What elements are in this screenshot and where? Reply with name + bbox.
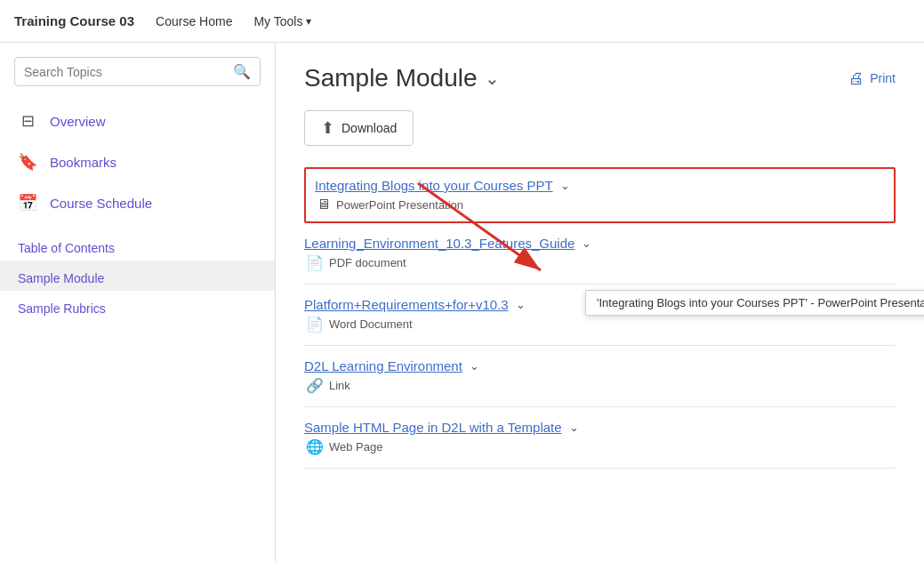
file-item-d2l-learning: D2L Learning Environment ⌄ 🔗 Link — [304, 346, 896, 407]
file-type-html-page: 🌐 Web Page — [306, 438, 896, 455]
search-container: 🔍 — [0, 57, 275, 100]
pdf-icon: 📄 — [306, 254, 324, 271]
file-type-learning-env: 📄 PDF document — [306, 254, 896, 271]
course-home-link[interactable]: Course Home — [156, 14, 232, 28]
chevron-down-icon: ▾ — [306, 15, 311, 28]
file-caret-icon[interactable]: ⌄ — [470, 359, 479, 373]
file-item-header: D2L Learning Environment ⌄ — [304, 358, 896, 373]
search-input[interactable] — [24, 65, 233, 79]
file-type-platform-req: 📄 Word Document — [306, 316, 896, 333]
web-icon: 🌐 — [306, 438, 324, 455]
sidebar-item-label: Course Schedule — [50, 196, 152, 211]
sidebar-item-bookmarks[interactable]: 🔖 Bookmarks — [0, 141, 275, 182]
my-tools-label: My Tools — [253, 14, 302, 28]
file-link-html-page[interactable]: Sample HTML Page in D2L with a Template — [304, 420, 562, 435]
file-item-header: Sample HTML Page in D2L with a Template … — [304, 420, 896, 435]
module-caret-icon[interactable]: ⌄ — [485, 68, 500, 89]
sidebar-item-sample-rubrics[interactable]: Sample Rubrics — [0, 291, 275, 321]
search-icon[interactable]: 🔍 — [233, 63, 251, 80]
sidebar-item-sample-module[interactable]: Sample Module — [0, 261, 275, 291]
file-link-platform-req[interactable]: Platform+Requirements+for+v10.3 — [304, 297, 509, 312]
file-caret-icon[interactable]: ⌄ — [569, 421, 579, 434]
print-button[interactable]: 🖨 Print — [848, 69, 896, 88]
calendar-icon: 📅 — [18, 193, 37, 213]
file-link-d2l-learning[interactable]: D2L Learning Environment — [304, 358, 462, 373]
file-caret-icon[interactable]: ⌄ — [582, 237, 591, 250]
top-nav: Training Course 03 Course Home My Tools … — [0, 0, 924, 43]
link-icon: 🔗 — [306, 377, 324, 394]
content-area: Sample Module ⌄ 🖨 Print ⬆ Download Integ… — [276, 43, 924, 562]
file-list: Integrating Blogs into your Courses PPT … — [304, 167, 896, 469]
file-item-header: Learning_Environment_10.3_Features_Guide… — [304, 236, 896, 251]
sidebar-item-overview[interactable]: ⊟ Overview — [0, 100, 275, 141]
file-type-d2l-learning: 🔗 Link — [306, 377, 896, 394]
my-tools-menu[interactable]: My Tools ▾ — [253, 14, 311, 28]
search-box[interactable]: 🔍 — [14, 57, 261, 86]
main-layout: 🔍 ⊟ Overview 🔖 Bookmarks 📅 Course Schedu… — [0, 43, 924, 562]
ppt-icon: 🖥 — [317, 197, 331, 213]
sidebar-item-label: Overview — [50, 114, 106, 129]
file-item-learning-env: Learning_Environment_10.3_Features_Guide… — [304, 223, 896, 285]
overview-icon: ⊟ — [18, 111, 37, 131]
file-item-header: Integrating Blogs into your Courses PPT … — [315, 178, 885, 193]
brand-title: Training Course 03 — [14, 13, 134, 28]
file-caret-icon[interactable]: ⌄ — [516, 298, 526, 311]
content-header: Sample Module ⌄ 🖨 Print — [304, 64, 896, 92]
file-link-blogs-ppt[interactable]: Integrating Blogs into your Courses PPT — [315, 178, 553, 193]
sidebar-navigation: ⊟ Overview 🔖 Bookmarks 📅 Course Schedule… — [0, 100, 275, 321]
download-icon: ⬆ — [321, 118, 334, 138]
download-button[interactable]: ⬆ Download — [304, 110, 414, 146]
module-title: Sample Module ⌄ — [304, 64, 500, 92]
file-link-learning-env[interactable]: Learning_Environment_10.3_Features_Guide — [304, 236, 574, 251]
sidebar-item-table-of-contents[interactable]: Table of Contents — [0, 230, 275, 261]
sidebar: 🔍 ⊟ Overview 🔖 Bookmarks 📅 Course Schedu… — [0, 43, 276, 562]
tooltip-blogs-ppt: 'Integrating Blogs into your Courses PPT… — [585, 290, 924, 316]
sidebar-item-label: Bookmarks — [50, 155, 117, 170]
file-type-blogs-ppt: 🖥 PowerPoint Presentation — [317, 197, 885, 213]
sidebar-item-course-schedule[interactable]: 📅 Course Schedule — [0, 182, 275, 223]
bookmark-icon: 🔖 — [18, 152, 37, 172]
print-icon: 🖨 — [848, 69, 864, 88]
file-item-html-page: Sample HTML Page in D2L with a Template … — [304, 407, 896, 469]
file-item-blogs-ppt: Integrating Blogs into your Courses PPT … — [304, 167, 896, 223]
file-caret-icon[interactable]: ⌄ — [560, 179, 570, 192]
word-icon: 📄 — [306, 316, 324, 333]
